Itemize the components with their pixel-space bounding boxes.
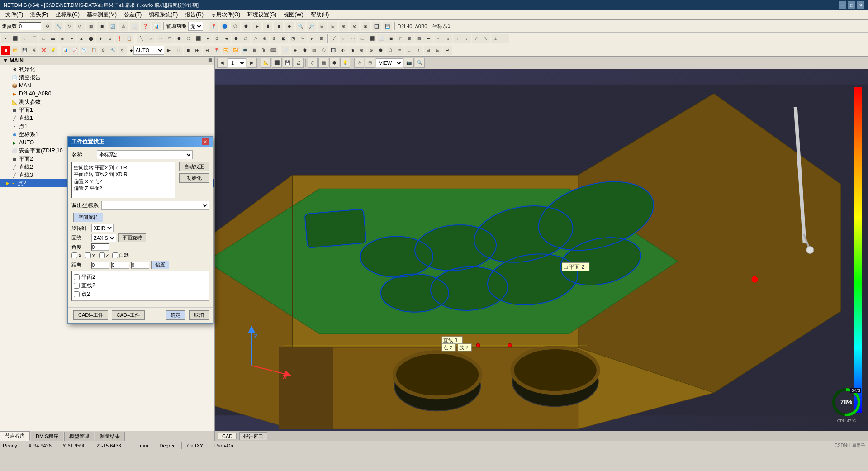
r3-btn-7[interactable]: 📈 xyxy=(70,46,79,55)
r2-btn-12[interactable]: ⌀ xyxy=(105,34,114,43)
r3-btn-20[interactable]: 🔂 xyxy=(231,46,240,55)
r2-btn-10[interactable]: ⬤ xyxy=(86,34,95,43)
menu-view[interactable]: 视图(W) xyxy=(280,10,307,19)
r3-btn-36[interactable]: ⬠ xyxy=(386,46,395,55)
r2-btn-9[interactable]: ▲ xyxy=(77,34,86,43)
tb-btn-18[interactable]: ⏹ xyxy=(274,22,283,31)
aux-select[interactable]: 无 xyxy=(188,22,203,31)
fixed-select[interactable]: ZAXIS XAXIS YAXIS xyxy=(91,234,116,242)
tab-node-program[interactable]: 节点程序 xyxy=(0,431,30,441)
tree-item-d2l40[interactable]: ▶ D2L40_A0B0 xyxy=(0,90,214,98)
tb-btn-3[interactable]: ↻ xyxy=(65,22,74,31)
vp-btn-7[interactable]: ⬢ xyxy=(329,58,339,68)
r2-btn-42[interactable]: ◻ xyxy=(396,34,405,43)
cancel-btn[interactable]: 取消 xyxy=(189,310,209,320)
r3-btn-40[interactable]: ⊞ xyxy=(424,46,433,55)
cb-x-label[interactable]: X xyxy=(71,252,81,259)
r3-btn-13[interactable]: ▶ xyxy=(165,46,174,55)
check-item-line2[interactable]: 直线2 xyxy=(74,281,207,290)
r2-btn-19[interactable]: ⬢ xyxy=(175,34,184,43)
tb-btn-7[interactable]: 🔄 xyxy=(108,22,117,31)
r3-btn-35[interactable]: ⬢ xyxy=(376,46,385,55)
tb-btn-13[interactable]: 🔵 xyxy=(220,22,229,31)
r2-btn-7[interactable]: ◙ xyxy=(58,34,67,43)
r3-btn-6[interactable]: 📊 xyxy=(61,46,70,55)
r2-btn-18[interactable]: ⬭ xyxy=(165,34,174,43)
cb-y-label[interactable]: Y xyxy=(85,252,95,259)
r2-btn-51[interactable]: ⤡ xyxy=(481,34,490,43)
tb-btn-27[interactable]: 🔲 xyxy=(372,22,381,31)
cb-z-label[interactable]: Z xyxy=(99,252,109,259)
tab-model-mgmt[interactable]: 模型管理 xyxy=(64,432,94,441)
r3-btn-24[interactable]: ⌨ xyxy=(269,46,278,55)
vp-btn-4[interactable]: 🖨 xyxy=(294,58,304,68)
r2-btn-24[interactable]: ◈ xyxy=(222,34,231,43)
r3-btn-12[interactable]: ⛭ xyxy=(118,46,127,55)
r3-btn-11[interactable]: 🔧 xyxy=(108,46,117,55)
tb-btn-28[interactable]: 💾 xyxy=(383,22,392,31)
r3-btn-16[interactable]: ⏭ xyxy=(193,46,202,55)
minimize-btn[interactable]: ─ xyxy=(839,1,846,9)
vp-btn-1[interactable]: 📐 xyxy=(261,58,271,68)
r3-btn-4[interactable]: ❌ xyxy=(39,46,48,55)
close-btn[interactable]: ✕ xyxy=(857,1,864,9)
r2-btn-43[interactable]: ⊞ xyxy=(405,34,414,43)
vp-btn-6[interactable]: ▦ xyxy=(318,58,328,68)
name-select[interactable]: 坐标系2 xyxy=(97,150,193,159)
r3-btn-19[interactable]: 🔁 xyxy=(222,46,231,55)
tb-btn-11[interactable]: 📊 xyxy=(152,22,161,31)
init-btn[interactable]: 初始化 xyxy=(179,173,209,183)
r3-btn-1[interactable]: 📂 xyxy=(10,46,19,55)
r3-btn-15[interactable]: ⏹ xyxy=(184,46,193,55)
cb-y[interactable] xyxy=(85,252,91,258)
r2-btn-46[interactable]: ≡ xyxy=(434,34,443,43)
cb-x[interactable] xyxy=(71,252,77,258)
r3-btn-5[interactable]: 💡 xyxy=(48,46,57,55)
vp-btn-5[interactable]: ⬡ xyxy=(308,58,318,68)
tb-btn-23[interactable]: ⊟ xyxy=(328,22,337,31)
points-input[interactable] xyxy=(19,22,41,30)
tb-btn-26[interactable]: ◉ xyxy=(361,22,370,31)
tree-item-clear[interactable]: 📄 清空报告 xyxy=(0,73,214,81)
r2-btn-35[interactable]: ╱ xyxy=(329,34,338,43)
vp-next-btn[interactable]: ▶ xyxy=(247,58,257,68)
tb-btn-24[interactable]: ⊕ xyxy=(339,22,348,31)
r2-btn-20[interactable]: ⬡ xyxy=(184,34,193,43)
rotate-to-select[interactable]: XDIR YDIR ZDIR xyxy=(91,224,114,232)
r3-btn-2[interactable]: 💾 xyxy=(20,46,29,55)
r2-btn-21[interactable]: ⬛ xyxy=(194,34,203,43)
vp-btn-8[interactable]: 💡 xyxy=(340,58,350,68)
r2-btn-25[interactable]: ⬟ xyxy=(232,34,241,43)
r3-btn-17[interactable]: ⏮ xyxy=(203,46,212,55)
menu-probe[interactable]: 测头(P) xyxy=(27,10,52,19)
r2-btn-8[interactable]: ● xyxy=(67,34,76,43)
cb-point2[interactable] xyxy=(74,291,80,297)
r2-btn-17[interactable]: ⌓ xyxy=(156,34,165,43)
r3-btn-10[interactable]: ⚙ xyxy=(99,46,108,55)
r2-btn-27[interactable]: ◇ xyxy=(251,34,260,43)
r2-btn-53[interactable]: ⋯ xyxy=(500,34,509,43)
r2-btn-26[interactable]: ⬠ xyxy=(241,34,250,43)
r3-btn-28[interactable]: ▤ xyxy=(310,46,319,55)
tab-dmis-program[interactable]: DMIS程序 xyxy=(31,432,63,441)
r2-btn-23[interactable]: ⊙ xyxy=(213,34,222,43)
tb-btn-19[interactable]: ⏭ xyxy=(285,22,294,31)
r2-btn-49[interactable]: ↓ xyxy=(462,34,471,43)
tb-btn-9[interactable]: ⬜ xyxy=(130,22,139,31)
r2-btn-22[interactable]: ● xyxy=(203,34,212,43)
tab-report[interactable]: 报告窗口 xyxy=(239,432,267,440)
cb-auto-label[interactable]: 自动 xyxy=(112,252,129,259)
r3-btn-18[interactable]: 📍 xyxy=(212,46,221,55)
r3-btn-29[interactable]: ⬡ xyxy=(319,46,328,55)
vp-view-mode[interactable]: VIEW xyxy=(376,58,403,67)
r2-btn-40[interactable]: ⬜ xyxy=(377,34,386,43)
r2-btn-3[interactable]: ○ xyxy=(20,34,29,43)
r2-btn-4[interactable]: ⌒ xyxy=(29,34,38,43)
tb-btn-17[interactable]: ⏸ xyxy=(263,22,272,31)
r3-btn-30[interactable]: 🔲 xyxy=(329,46,338,55)
cb-z[interactable] xyxy=(99,252,105,258)
dialog-close-btn[interactable]: ✕ xyxy=(202,138,209,145)
menu-help[interactable]: 帮助(H) xyxy=(307,10,333,19)
tree-item-line1[interactable]: ╱ 直线1 xyxy=(0,114,214,122)
r3-btn-25[interactable]: ⬜ xyxy=(281,46,290,55)
